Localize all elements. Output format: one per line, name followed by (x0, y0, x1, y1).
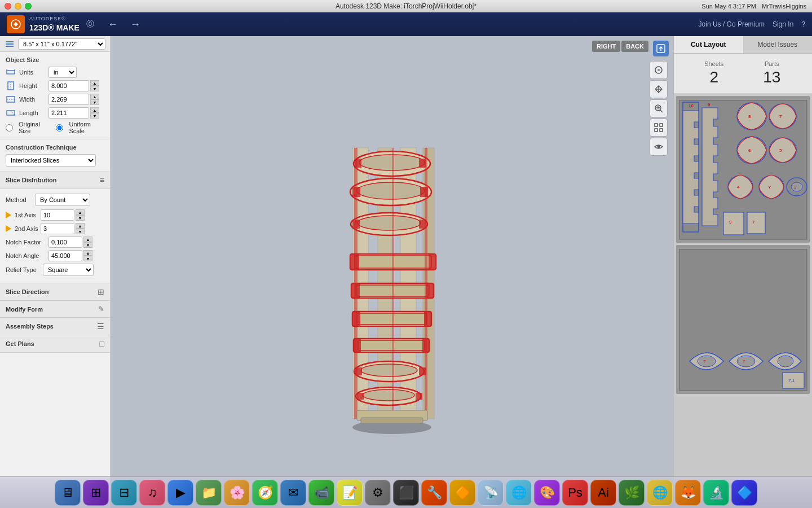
notch-angle-spinner[interactable]: ▲ ▼ (83, 250, 92, 261)
height-spinner[interactable]: ▲ ▼ (90, 80, 99, 91)
dock-cone[interactable]: 🔶 (449, 480, 475, 506)
dock-app2[interactable]: 🎨 (534, 480, 560, 506)
axis2-down[interactable]: ▼ (76, 229, 85, 234)
dock-system-prefs[interactable]: ⚙ (365, 480, 391, 506)
brand-name: AUTODESK® (29, 16, 80, 23)
export-button[interactable] (653, 41, 669, 56)
relief-type-select[interactable]: Square (43, 264, 94, 276)
dock-123d[interactable]: 🔧 (421, 480, 447, 506)
view-label-back: BACK (621, 41, 648, 52)
width-down[interactable]: ▼ (90, 99, 99, 105)
get-plans-header[interactable]: Get Plans □ (0, 335, 110, 353)
help-link[interactable]: ? (801, 20, 805, 28)
dock-facetime[interactable]: 📹 (308, 480, 334, 506)
sign-in-link[interactable]: Sign In (773, 20, 793, 28)
tab-model-issues[interactable]: Model Issues (743, 36, 813, 53)
dock-safari[interactable]: 🧭 (252, 480, 278, 506)
svg-text:3: 3 (794, 185, 797, 190)
dock-app1[interactable]: 🌐 (506, 480, 532, 506)
sheet-thumb-1[interactable]: 10 9 8 7 (676, 96, 810, 243)
notch-factor-down[interactable]: ▼ (83, 242, 92, 248)
dock-app6[interactable]: 🔬 (703, 480, 729, 506)
assembly-steps-header[interactable]: Assembly Steps ☰ (0, 318, 110, 335)
dock-expose[interactable]: ⊟ (111, 480, 137, 506)
length-down[interactable]: ▼ (90, 113, 99, 119)
dock-photos[interactable]: 🌸 (224, 480, 250, 506)
notch-angle-input[interactable] (48, 250, 82, 261)
eye-button[interactable] (650, 138, 668, 156)
technique-select[interactable]: Interlocked Slices (6, 154, 96, 167)
height-input[interactable] (48, 80, 89, 91)
width-icon (6, 94, 16, 104)
axis2-spinner[interactable]: ▲ ▼ (76, 223, 85, 234)
nav-back-button[interactable]: ← (105, 16, 120, 33)
axis1-up[interactable]: ▲ (76, 209, 85, 215)
dock-app3[interactable]: Ps (562, 480, 588, 506)
notch-factor-up[interactable]: ▲ (83, 237, 92, 242)
width-spinner[interactable]: ▲ ▼ (90, 94, 99, 105)
close-button[interactable] (5, 3, 11, 10)
height-down[interactable]: ▼ (90, 86, 99, 91)
axis2-up[interactable]: ▲ (76, 223, 85, 229)
length-up[interactable]: ▲ (90, 107, 99, 113)
viewport[interactable]: RIGHT BACK (111, 36, 673, 508)
height-up[interactable]: ▲ (90, 80, 99, 86)
svg-text:6: 6 (748, 148, 751, 153)
length-input[interactable] (48, 107, 89, 119)
modify-form-header[interactable]: Modify Form ✎ (0, 301, 110, 318)
dock-firefox[interactable]: 🦊 (675, 480, 701, 506)
notch-factor-spinner[interactable]: ▲ ▼ (83, 237, 92, 248)
nav-forward-button[interactable]: → (128, 16, 143, 33)
join-premium-link[interactable]: Join Us / Go Premium (699, 20, 765, 28)
dock-app7[interactable]: 🔷 (731, 480, 757, 506)
length-spinner[interactable]: ▲ ▼ (90, 107, 99, 119)
dock-quicktime[interactable]: ▶ (167, 480, 193, 506)
dock-network[interactable]: 📡 (478, 480, 504, 506)
dock-chrome[interactable]: 🌐 (647, 480, 673, 506)
axis1-spinner[interactable]: ▲ ▼ (76, 209, 85, 221)
svg-rect-46 (429, 255, 436, 269)
minimize-button[interactable] (15, 3, 21, 10)
height-label: Height (19, 82, 48, 89)
dock-files[interactable]: 📁 (196, 480, 222, 506)
slice-direction-header[interactable]: Slice Direction ⊞ (0, 283, 110, 301)
window-controls[interactable] (5, 3, 32, 10)
svg-rect-22 (660, 129, 663, 132)
header-nav[interactable]: ← → (105, 16, 143, 33)
maximize-button[interactable] (25, 3, 32, 10)
zoom-button[interactable] (650, 99, 668, 117)
dock-itunes[interactable]: ♫ (139, 480, 165, 506)
svg-text:7: 7 (752, 220, 755, 225)
dock-notes[interactable]: 📝 (337, 480, 363, 506)
sheet-thumb-2[interactable]: 7 7 7-1 (676, 245, 810, 394)
axis2-input[interactable] (41, 223, 74, 234)
dock-mail[interactable]: ✉ (280, 480, 306, 506)
method-select[interactable]: By Count (35, 194, 90, 206)
dock-app5[interactable]: 🌿 (619, 480, 645, 506)
view-label-right: RIGHT (592, 41, 620, 52)
notch-angle-up[interactable]: ▲ (83, 250, 92, 256)
sheet-thumbnails[interactable]: 10 9 8 7 (674, 94, 812, 508)
fit-button[interactable] (650, 119, 668, 137)
axis1-input[interactable] (41, 209, 74, 221)
notch-angle-down[interactable]: ▼ (83, 256, 92, 261)
axis1-down[interactable]: ▼ (76, 215, 85, 221)
dock-finder[interactable]: 🖥 (55, 480, 81, 506)
tab-cut-layout[interactable]: Cut Layout (674, 36, 743, 53)
dock-terminal[interactable]: ⬛ (393, 480, 419, 506)
material-select[interactable]: 8.5" x 11" x 0.1772" (18, 38, 105, 50)
units-select[interactable]: in (48, 67, 77, 78)
dock-launchpad[interactable]: ⊞ (83, 480, 109, 506)
width-input[interactable] (48, 94, 89, 105)
right-tabs[interactable]: Cut Layout Model Issues (674, 36, 812, 54)
width-up[interactable]: ▲ (90, 94, 99, 99)
dock-app4[interactable]: Ai (590, 480, 616, 506)
uniform-scale-radio[interactable] (56, 124, 63, 132)
pan-button[interactable] (650, 80, 668, 98)
length-icon (6, 108, 16, 118)
slice-distribution-header[interactable]: Slice Distribution ≡ (0, 172, 110, 189)
units-label: Units (19, 69, 48, 76)
orbit-button[interactable] (650, 61, 668, 79)
original-size-radio[interactable] (6, 124, 13, 132)
notch-factor-input[interactable] (48, 237, 82, 248)
